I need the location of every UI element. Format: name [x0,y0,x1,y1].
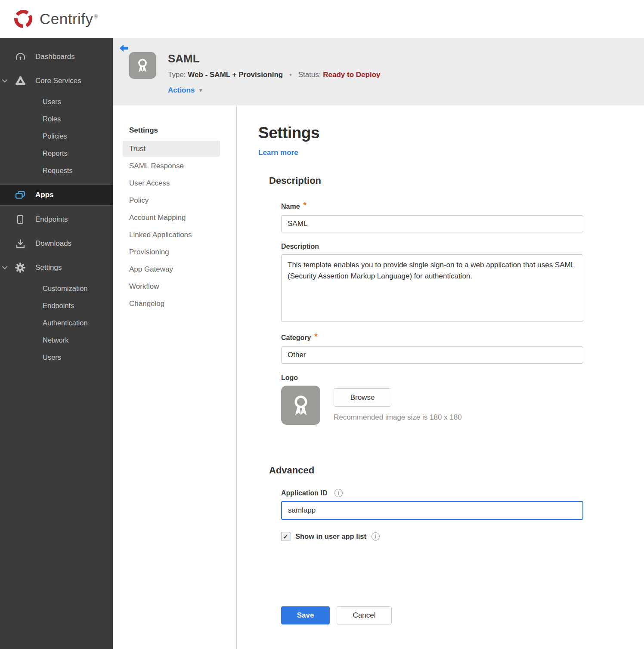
download-icon [14,238,26,250]
actions-dropdown[interactable]: Actions ▼ [168,86,380,95]
status-badge: Ready to Deploy [323,71,380,79]
save-button[interactable]: Save [281,606,330,624]
core-services-icon [14,75,26,87]
check-icon: ✓ [283,533,288,541]
apps-icon [14,189,26,201]
name-label: Name * [281,202,583,211]
app-title: SAML [168,52,380,65]
info-icon[interactable]: i [372,532,380,541]
application-id-label: Application ID i [281,489,583,497]
sidebar-item-authentication[interactable]: Authentication [0,314,113,331]
caret-down-icon: ▼ [198,87,203,93]
sidebar-item-core-services[interactable]: Core Services [0,69,113,93]
application-id-input[interactable] [281,501,583,520]
subnav-item-workflow[interactable]: Workflow [123,278,220,294]
brand-name: Centrify® [40,10,98,28]
endpoint-icon [14,214,26,225]
subnav-item-linked-applications[interactable]: Linked Applications [123,227,220,243]
sidebar-item-endpoints[interactable]: Endpoints [0,207,113,232]
sidebar-item-users[interactable]: Users [0,93,113,110]
settings-form: Settings Learn more Description Name * D… [237,105,644,649]
app-logo-preview [281,386,320,425]
settings-subnav: Settings Trust SAML Response User Access… [113,105,237,649]
subnav-header: Settings [123,126,220,135]
sidebar-item-reports[interactable]: Reports [0,145,113,162]
required-asterisk: * [303,201,307,210]
sidebar-item-downloads[interactable]: Downloads [0,232,113,256]
top-bar: Centrify® [0,0,644,38]
learn-more-link[interactable]: Learn more [258,148,298,157]
info-icon[interactable]: i [334,489,343,497]
subnav-item-saml-response[interactable]: SAML Response [123,158,220,174]
advanced-section-heading: Advanced [269,465,644,476]
description-textarea[interactable]: This template enables you to provide sin… [281,254,583,322]
sidebar-item-customization[interactable]: Customization [0,280,113,297]
chevron-down-icon [2,266,8,270]
required-asterisk: * [314,332,317,341]
sidebar-item-settings-users[interactable]: Users [0,349,113,366]
subnav-item-account-mapping[interactable]: Account Mapping [123,210,220,226]
sidebar-item-settings-endpoints[interactable]: Endpoints [0,297,113,314]
app-logo [129,52,156,79]
app-meta: Type: Web - SAML + Provisioning • Status… [168,71,380,79]
primary-sidebar: Dashboards Core Services Users Roles Pol… [0,38,113,649]
sidebar-item-policies[interactable]: Policies [0,127,113,145]
description-label: Description [281,243,583,250]
subnav-item-policy[interactable]: Policy [123,192,220,208]
description-section-heading: Description [269,175,644,186]
brand-logo: Centrify® [12,8,98,30]
back-arrow-icon[interactable] [119,44,130,55]
sidebar-item-roles[interactable]: Roles [0,110,113,127]
gear-icon [14,262,26,274]
subnav-item-trust[interactable]: Trust [123,141,220,157]
cancel-button[interactable]: Cancel [337,606,392,624]
subnav-item-user-access[interactable]: User Access [123,175,220,191]
subnav-item-app-gateway[interactable]: App Gateway [123,261,220,277]
logo-size-hint: Recommended image size is 180 x 180 [334,413,462,422]
show-in-app-list-label: Show in user app list [295,532,366,541]
show-in-app-list-checkbox[interactable]: ✓ [281,532,290,541]
chevron-down-icon [2,79,8,83]
subnav-item-changelog[interactable]: Changelog [123,296,220,312]
logo-label: Logo [281,374,583,382]
name-input[interactable] [281,215,583,232]
type-label: Type: [168,71,186,79]
sidebar-item-requests[interactable]: Requests [0,162,113,179]
centrify-swirl-icon [12,8,34,30]
gauge-icon [14,51,26,63]
app-header: SAML Type: Web - SAML + Provisioning • S… [113,38,644,105]
meta-separator: • [289,71,292,79]
sidebar-item-network[interactable]: Network [0,331,113,349]
subnav-item-provisioning[interactable]: Provisioning [123,244,220,260]
sidebar-item-settings[interactable]: Settings [0,256,113,280]
trademark-symbol: ® [94,14,98,20]
sidebar-item-apps[interactable]: Apps [0,184,113,206]
status-label: Status: [298,71,321,79]
type-value: Web - SAML + Provisioning [188,71,283,79]
browse-button[interactable]: Browse [334,388,391,407]
category-label: Category * [281,333,583,343]
category-input[interactable] [281,346,583,364]
sidebar-item-dashboards[interactable]: Dashboards [0,45,113,69]
page-title: Settings [258,124,644,142]
